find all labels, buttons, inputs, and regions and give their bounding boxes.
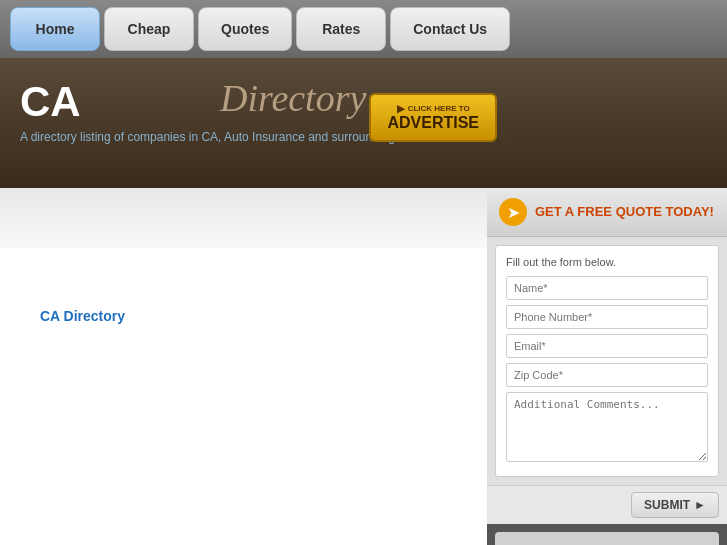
submit-button[interactable]: SUBMIT ► [631, 492, 719, 518]
quote-title: GET A FREE QUOTE TODAY! [535, 204, 714, 220]
hero-subtitle: A directory listing of companies in CA, … [0, 126, 727, 148]
hero-directory-text: Directory [220, 76, 366, 120]
left-panel: CA Directory [0, 188, 487, 545]
nav-quotes[interactable]: Quotes [198, 7, 292, 51]
nav-contact[interactable]: Contact Us [390, 7, 510, 51]
arrow-icon: ➤ [507, 203, 520, 222]
ca-directory-link[interactable]: CA Directory [20, 308, 145, 324]
click-here-text: ▶ CLICK HERE TO [397, 103, 470, 114]
name-input[interactable] [506, 276, 708, 300]
quote-form: Fill out the form below. [495, 245, 719, 477]
form-instruction: Fill out the form below. [506, 256, 708, 268]
left-gradient [0, 188, 487, 248]
hero-section: CA A directory listing of companies in C… [0, 58, 727, 188]
comments-textarea[interactable] [506, 392, 708, 462]
right-column: ➤ GET A FREE QUOTE TODAY! Fill out the f… [487, 188, 727, 545]
quote-panel: ➤ GET A FREE QUOTE TODAY! Fill out the f… [487, 188, 727, 524]
advertise-button[interactable]: ▶ CLICK HERE TO ADVERTISE [369, 93, 497, 142]
navbar: Home Cheap Quotes Rates Contact Us [0, 0, 727, 58]
nav-cheap[interactable]: Cheap [104, 7, 194, 51]
main-content: CA Directory ➤ GET A FREE QUOTE TODAY! F… [0, 188, 727, 545]
quote-header: ➤ GET A FREE QUOTE TODAY! [487, 188, 727, 237]
advertise-label: ADVERTISE [387, 114, 479, 132]
email-input[interactable] [506, 334, 708, 358]
bottom-panel [487, 524, 727, 545]
cursor-icon: ▶ [397, 103, 405, 114]
nav-rates[interactable]: Rates [296, 7, 386, 51]
nav-home[interactable]: Home [10, 7, 100, 51]
phone-input[interactable] [506, 305, 708, 329]
bottom-inner [495, 532, 719, 545]
quote-icon: ➤ [499, 198, 527, 226]
submit-arrow-icon: ► [694, 498, 706, 512]
submit-row: SUBMIT ► [487, 485, 727, 524]
submit-label: SUBMIT [644, 498, 690, 512]
zip-input[interactable] [506, 363, 708, 387]
left-white: CA Directory [0, 248, 487, 538]
